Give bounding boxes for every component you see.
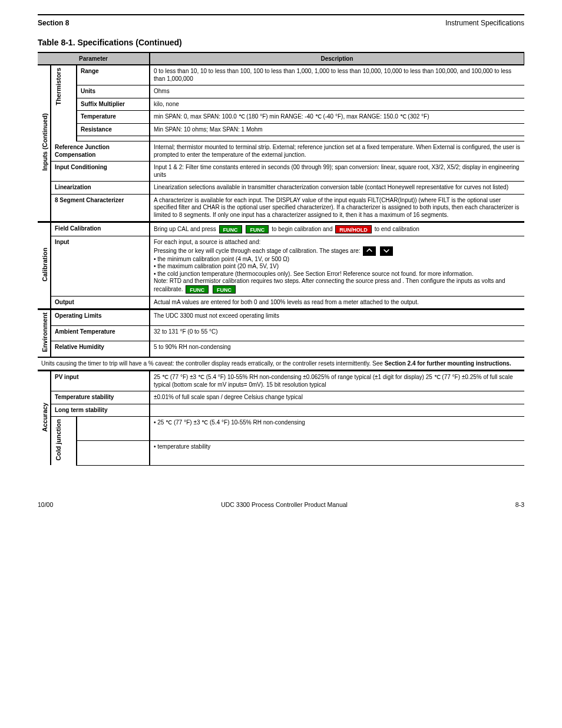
env-rh-label: Relative Humidity	[51, 341, 150, 357]
ref-junction-label: Reference Junction Compensation	[51, 141, 150, 162]
row-cal-input: Input For each input, a source is attach…	[38, 236, 524, 297]
acc-cj-sub1	[77, 417, 150, 441]
chevron-up-icon	[363, 246, 376, 256]
suffix-text: kilo, none	[150, 98, 524, 111]
row-env-operating: Environment Operating Limits The UDC 330…	[38, 309, 524, 326]
characterizer-text: A characterizer is available for each in…	[150, 194, 524, 222]
input-cond-text: Input 1 & 2: Filter time constants enter…	[150, 162, 524, 182]
cal-output-label: Output	[51, 296, 150, 309]
acc-longterm-label: Long term stability	[51, 404, 150, 417]
row-env-rh: Relative Humidity 5 to 90% RH non-conden…	[38, 341, 524, 357]
th-parameter: Parameter	[38, 52, 150, 65]
page-footer: 10/00 UDC 3300 Process Controller Produc…	[38, 501, 524, 508]
acc-cj-sub2	[77, 441, 150, 465]
row-inputs-resistance: Resistance Min SPAN: 10 ohms; Max SPAN: …	[38, 123, 524, 136]
row-span-note: Units causing the timer to trip will hav…	[38, 357, 524, 371]
row-env-ambient: Ambient Temperature 32 to 131 °F (0 to 5…	[38, 325, 524, 341]
func-key-icon-4: FUNC	[213, 285, 236, 294]
row-acc-tempstab: Temperature stability ±0.01% of full sca…	[38, 391, 524, 404]
table-head-row: Parameter Description	[38, 52, 524, 65]
acc-longterm-text	[150, 404, 524, 417]
env-ambient-text: 32 to 131 °F (0 to 55 °C)	[150, 325, 524, 341]
thermistors-cell: Thermistors	[51, 65, 77, 141]
row-acc-pv: Accuracy PV input 25 ℃ (77 °F) ±3 ℃ (5.4…	[38, 371, 524, 391]
footer-right: 8-3	[515, 501, 524, 508]
row-cal-field: Calibration Field Calibration Bring up C…	[38, 222, 524, 236]
row-characterizer: 8 Segment Characterizer A characterizer …	[38, 194, 524, 222]
group-acc-label: Accuracy	[41, 403, 49, 432]
cal-output-text: Actual mA values are entered for both 0 …	[150, 296, 524, 309]
page-header: Section 8 Instrument Specifications	[38, 19, 524, 27]
row-ref-junction: Reference Junction Compensation Internal…	[38, 141, 524, 162]
field-cal-text: Bring up CAL and press FUNC FUNC to begi…	[150, 222, 524, 236]
acc-pv-text: 25 ℃ (77 °F) ±3 ℃ (5.4 °F) 10-55% RH non…	[150, 371, 524, 391]
section-number: Section 8	[38, 19, 69, 27]
resistance-label: Resistance	[77, 123, 150, 136]
row-inputs-units: Units Ohms	[38, 85, 524, 98]
ref-junction-text: Internal; thermistor mounted to terminal…	[150, 141, 524, 162]
acc-cj-text2: • temperature stability	[150, 441, 524, 465]
group-acc-cell: Accuracy	[38, 371, 51, 465]
env-operating-text: The UDC 3300 must not exceed operating l…	[150, 309, 524, 326]
page: Section 8 Instrument Specifications Tabl…	[0, 0, 562, 728]
linearization-label: Linearization	[51, 182, 150, 195]
empty-cell	[77, 136, 150, 141]
temperature-label: Temperature	[77, 111, 150, 124]
units-label: Units	[77, 85, 150, 98]
units-text: Ohms	[150, 85, 524, 98]
spec-table: Parameter Description Inputs (Continued)…	[38, 52, 524, 466]
group-inputs-cell: Inputs (Continued)	[38, 65, 51, 222]
chevron-down-icon	[380, 246, 393, 256]
env-operating-label: Operating Limits	[51, 309, 150, 326]
range-label: Range	[77, 65, 150, 85]
env-rh-text: 5 to 90% RH non-condensing	[150, 341, 524, 357]
row-linearization: Linearization Linearization selections a…	[38, 182, 524, 195]
footer-center: UDC 3300 Process Controller Product Manu…	[221, 501, 348, 508]
linearization-text: Linearization selections available in tr…	[150, 182, 524, 195]
spec-title: Table 8-1. Specifications (Continued)	[38, 38, 524, 47]
empty-cell-desc	[150, 136, 524, 141]
section-title: Instrument Specifications	[445, 19, 524, 27]
func-key-icon-3: FUNC	[186, 285, 209, 294]
row-inputs-temperature: Temperature min SPAN: 0, max SPAN: 100.0…	[38, 111, 524, 124]
acc-tempstab-text: ±0.01% of full scale span / degree Celsi…	[150, 391, 524, 404]
func-key-icon-1: FUNC	[219, 225, 242, 233]
th-description: Description	[150, 52, 524, 65]
thermistors-label: Thermistors	[55, 68, 63, 106]
group-env-label: Environment	[41, 312, 49, 352]
header-rule	[38, 14, 524, 15]
row-input-conditioning: Input Conditioning Input 1 & 2: Filter t…	[38, 162, 524, 182]
row-cal-output: Output Actual mA values are entered for …	[38, 296, 524, 309]
resistance-text: Min SPAN: 10 ohms; Max SPAN: 1 Mohm	[150, 123, 524, 136]
row-spacer-thermistor	[38, 136, 524, 141]
footer-left: 10/00	[38, 501, 53, 508]
input-cond-label: Input Conditioning	[51, 162, 150, 182]
characterizer-label: 8 Segment Characterizer	[51, 194, 150, 222]
func-key-icon-2: FUNC	[246, 225, 269, 233]
env-ambient-label: Ambient Temperature	[51, 325, 150, 341]
group-cal-label: Calibration	[41, 248, 49, 281]
range-text: 0 to less than 10, 10 to less than 100, …	[150, 65, 524, 85]
acc-cj-label-cell: Cold junction	[51, 417, 77, 465]
run-hold-key-icon: RUN/HOLD	[335, 225, 372, 233]
row-acc-cj-1: Cold junction • 25 ℃ (77 °F) ±3 ℃ (5.4 °…	[38, 417, 524, 441]
row-acc-cj-2: • temperature stability	[38, 441, 524, 465]
temperature-text: min SPAN: 0, max SPAN: 100.0 ℃ (180 °F) …	[150, 111, 524, 124]
suffix-label: Suffix Multiplier	[77, 98, 150, 111]
row-inputs-range: Inputs (Continued) Thermistors Range 0 t…	[38, 65, 524, 85]
group-cal-cell: Calibration	[38, 222, 51, 309]
row-inputs-suffix: Suffix Multiplier kilo, none	[38, 98, 524, 111]
span-note-text: Units causing the timer to trip will hav…	[38, 357, 524, 371]
cal-input-text: For each input, a source is attached and…	[150, 236, 524, 297]
acc-pv-label: PV input	[51, 371, 150, 391]
group-inputs-label: Inputs (Continued)	[41, 113, 49, 171]
field-cal-label: Field Calibration	[51, 222, 150, 236]
cal-input-label: Input	[51, 236, 150, 297]
acc-cj-text1: • 25 ℃ (77 °F) ±3 ℃ (5.4 °F) 10-55% RH n…	[150, 417, 524, 441]
acc-tempstab-label: Temperature stability	[51, 391, 150, 404]
group-env-cell: Environment	[38, 309, 51, 357]
acc-cj-label: Cold junction	[55, 419, 63, 460]
row-acc-longterm: Long term stability	[38, 404, 524, 417]
